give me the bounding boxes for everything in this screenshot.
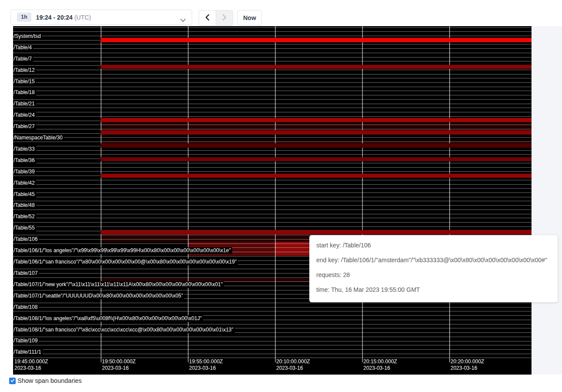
axis-tick-time: 19:50:00.000Z [102, 358, 135, 365]
time-axis-layer: 19:45:00.000Z2023-03-1619:50:00.000Z2023… [13, 26, 532, 375]
axis-tick-label: 20:10:00.000Z2023-03-16 [276, 358, 310, 372]
span-tooltip: start key: /Table/106 end key: /Table/10… [309, 235, 558, 302]
axis-tick-time: 19:55:00.000Z [189, 358, 223, 365]
check-icon [10, 377, 15, 385]
page-background-strip [532, 26, 562, 375]
axis-tick-date: 2023-03-16 [276, 365, 310, 372]
tooltip-start-key: start key: /Table/106 [316, 241, 551, 250]
time-preset-badge: 1h [17, 13, 31, 22]
axis-tick-date: 2023-03-16 [189, 365, 223, 372]
key-visualizer-page: 1h 19:24 - 20:24(UTC) Now [0, 0, 562, 392]
now-button[interactable]: Now [237, 10, 262, 25]
time-range-text: 19:24 - 20:24(UTC) [36, 14, 91, 21]
time-range-value: 19:24 - 20:24 [36, 14, 73, 21]
axis-tick-time: 20:10:00.000Z [276, 358, 310, 365]
axis-tick-date: 2023-03-16 [14, 365, 48, 372]
next-range-button[interactable] [216, 10, 233, 26]
chevron-down-icon [180, 16, 186, 24]
show-span-boundaries-checkbox[interactable] [9, 378, 16, 384]
key-visualizer-heatmap[interactable]: /System/tsd/Table/4/Table/7/Table/12/Tab… [13, 26, 532, 375]
footer: Show span boundaries [9, 377, 82, 384]
axis-tick-date: 2023-03-16 [450, 365, 484, 372]
toolbar: 1h 19:24 - 20:24(UTC) Now [0, 0, 562, 26]
prev-range-button[interactable] [199, 10, 216, 26]
chevron-right-icon [222, 14, 227, 22]
tooltip-end-key: end key: /Table/106/1/"amsterdam"/"\xb33… [316, 256, 551, 264]
axis-tick-date: 2023-03-16 [363, 365, 397, 372]
axis-tick-label: 19:45:00.000Z2023-03-16 [14, 358, 48, 372]
axis-tick-date: 2023-03-16 [102, 365, 135, 372]
axis-tick-label: 19:55:00.000Z2023-03-16 [189, 358, 223, 372]
time-nav-group [199, 10, 233, 26]
time-range-selector[interactable]: 1h 19:24 - 20:24(UTC) [10, 10, 192, 25]
show-span-boundaries-label: Show span boundaries [17, 377, 82, 384]
chevron-left-icon [205, 14, 210, 22]
tooltip-time: time: Thu, 16 Mar 2023 19:55:00 GMT [316, 285, 551, 294]
tooltip-requests: requests: 28 [316, 270, 551, 279]
axis-tick-time: 19:45:00.000Z [14, 358, 48, 365]
axis-tick-label: 19:50:00.000Z2023-03-16 [102, 358, 135, 372]
time-range-timezone: (UTC) [74, 14, 91, 21]
axis-tick-time: 20:20:00.000Z [450, 358, 484, 365]
axis-tick-label: 20:20:00.000Z2023-03-16 [450, 358, 484, 372]
axis-tick-label: 20:15:00.000Z2023-03-16 [363, 358, 397, 372]
axis-tick-time: 20:15:00.000Z [363, 358, 397, 365]
